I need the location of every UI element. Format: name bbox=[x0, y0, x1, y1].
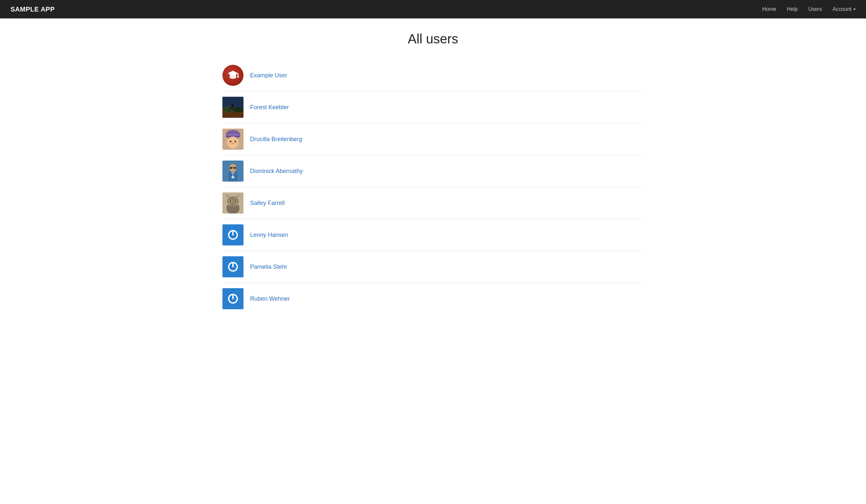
main-content: All users Example User bbox=[203, 19, 663, 328]
svg-point-42 bbox=[230, 200, 231, 202]
list-item: Example User bbox=[222, 59, 644, 91]
user-name-link[interactable]: Example User bbox=[250, 72, 287, 79]
page-title: All users bbox=[222, 32, 644, 46]
list-item: Dominick Abernathy bbox=[222, 155, 644, 187]
dominick-photo-icon bbox=[222, 160, 244, 182]
nav-users[interactable]: Users bbox=[808, 6, 822, 12]
avatar bbox=[222, 256, 244, 277]
avatar bbox=[222, 160, 244, 182]
svg-point-19 bbox=[235, 141, 236, 143]
svg-rect-26 bbox=[234, 167, 236, 169]
avatar bbox=[222, 128, 244, 150]
power-icon-partial bbox=[226, 292, 240, 305]
avatar-photo-drucilla bbox=[222, 128, 244, 150]
svg-point-17 bbox=[227, 136, 239, 148]
avatar-photo-salley bbox=[222, 192, 244, 213]
salley-photo-icon bbox=[222, 192, 244, 213]
list-item: Lenny Hansen bbox=[222, 219, 644, 251]
user-name-link[interactable]: Dominick Abernathy bbox=[250, 168, 303, 175]
svg-rect-25 bbox=[230, 167, 232, 169]
avatar-power-icon-partial bbox=[222, 288, 244, 309]
user-name-link[interactable]: Pamelia Stehr bbox=[250, 264, 287, 270]
svg-point-22 bbox=[235, 143, 237, 144]
avatar-graduation bbox=[222, 65, 244, 86]
list-item: Drucilla Breitenberg bbox=[222, 123, 644, 155]
svg-point-43 bbox=[235, 200, 236, 202]
svg-point-2 bbox=[237, 76, 239, 78]
svg-point-18 bbox=[230, 141, 232, 143]
user-name-link[interactable]: Salley Farrell bbox=[250, 200, 285, 206]
avatar bbox=[222, 65, 244, 86]
list-item: Forest Keebler bbox=[222, 91, 644, 123]
nav-links: Home Help Users Account ▾ bbox=[762, 6, 855, 12]
power-icon bbox=[226, 228, 240, 242]
nav-account-label: Account bbox=[832, 6, 852, 12]
graduation-cap-icon bbox=[226, 69, 240, 82]
nav-help[interactable]: Help bbox=[787, 6, 798, 12]
svg-rect-29 bbox=[231, 171, 235, 173]
user-name-link[interactable]: Forest Keebler bbox=[250, 104, 289, 111]
avatar-photo-dominick bbox=[222, 160, 244, 182]
forest-photo-icon bbox=[222, 97, 244, 118]
list-item: Pamelia Stehr bbox=[222, 251, 644, 283]
svg-point-9 bbox=[231, 104, 233, 106]
app-brand: SAMPLE APP bbox=[11, 5, 55, 13]
user-name-link[interactable]: Drucilla Breitenberg bbox=[250, 136, 302, 143]
user-name-link[interactable]: Lenny Hansen bbox=[250, 232, 288, 238]
avatar bbox=[222, 288, 244, 309]
list-item: Salley Farrell bbox=[222, 187, 644, 219]
drucilla-photo-icon bbox=[222, 128, 244, 150]
svg-point-21 bbox=[228, 143, 231, 144]
avatar-power-icon bbox=[222, 224, 244, 245]
svg-point-20 bbox=[232, 143, 234, 144]
nav-account[interactable]: Account ▾ bbox=[832, 6, 855, 12]
avatar-power-icon bbox=[222, 256, 244, 277]
avatar bbox=[222, 192, 244, 213]
power-icon bbox=[226, 260, 240, 273]
nav-home[interactable]: Home bbox=[762, 6, 777, 12]
avatar-photo-forest bbox=[222, 97, 244, 118]
avatar bbox=[222, 97, 244, 118]
list-item: Ruben Wehner bbox=[222, 283, 644, 314]
caret-down-icon: ▾ bbox=[854, 7, 855, 12]
svg-rect-31 bbox=[232, 176, 234, 178]
avatar bbox=[222, 224, 244, 245]
svg-rect-12 bbox=[233, 108, 234, 111]
navbar: SAMPLE APP Home Help Users Account ▾ bbox=[0, 0, 866, 19]
user-name-link[interactable]: Ruben Wehner bbox=[250, 295, 290, 302]
user-list: Example User bbox=[222, 59, 644, 314]
svg-rect-11 bbox=[229, 108, 230, 111]
